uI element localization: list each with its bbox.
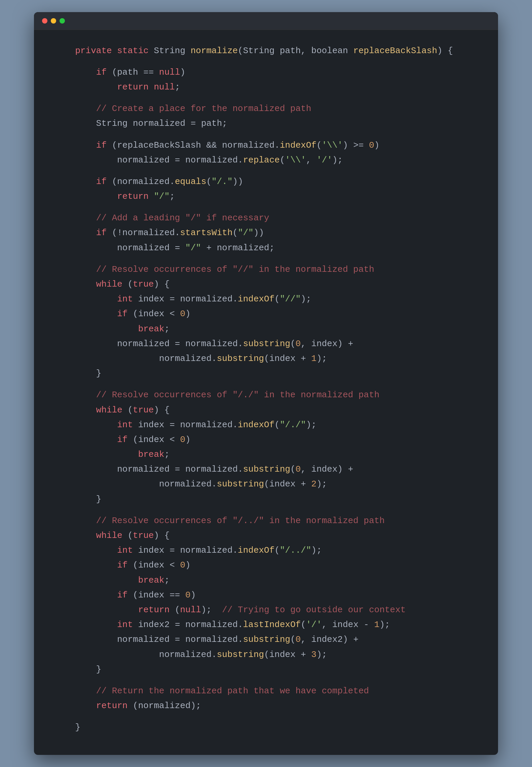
code-line-35: return (null); // Trying to go outside o… bbox=[54, 602, 478, 617]
code-line-29: // Resolve occurrences of "/../" in the … bbox=[54, 513, 478, 528]
code-line-27: normalized.substring(index + 2); bbox=[54, 477, 478, 491]
code-line-10: // Add a leading "/" if necessary bbox=[54, 211, 478, 225]
code-line-18: normalized = normalized.substring(0, ind… bbox=[54, 336, 478, 351]
titlebar bbox=[34, 12, 498, 30]
code-line-24: if (index < 0) bbox=[54, 432, 478, 447]
code-line-23: int index = normalized.indexOf("/./"); bbox=[54, 417, 478, 432]
minimize-button[interactable] bbox=[51, 18, 56, 24]
code-line-2: if (path == null) bbox=[54, 65, 478, 80]
code-line-12: normalized = "/" + normalized; bbox=[54, 241, 478, 255]
code-line-38: normalized.substring(index + 3); bbox=[54, 647, 478, 662]
code-line-5: String normalized = path; bbox=[54, 116, 478, 131]
code-line-21: // Resolve occurrences of "/./" in the n… bbox=[54, 388, 478, 402]
code-line-39: } bbox=[54, 662, 478, 677]
code-line-16: if (index < 0) bbox=[54, 306, 478, 321]
code-line-31: int index = normalized.indexOf("/../"); bbox=[54, 543, 478, 558]
code-line-6: if (replaceBackSlash && normalized.index… bbox=[54, 138, 478, 153]
code-line-4: // Create a place for the normalized pat… bbox=[54, 101, 478, 116]
code-line-41: return (normalized); bbox=[54, 698, 478, 713]
maximize-button[interactable] bbox=[60, 18, 65, 24]
code-line-26: normalized = normalized.substring(0, ind… bbox=[54, 462, 478, 477]
code-line-40: // Return the normalized path that we ha… bbox=[54, 684, 478, 698]
code-line-15: int index = normalized.indexOf("//"); bbox=[54, 292, 478, 306]
code-line-3: return null; bbox=[54, 80, 478, 95]
code-line-32: if (index < 0) bbox=[54, 558, 478, 573]
code-line-36: int index2 = normalized.lastIndexOf('/',… bbox=[54, 617, 478, 632]
close-button[interactable] bbox=[42, 18, 47, 24]
code-line-13: // Resolve occurrences of "//" in the no… bbox=[54, 262, 478, 277]
code-editor: private static String normalize(String p… bbox=[34, 30, 498, 755]
code-line-28: } bbox=[54, 492, 478, 507]
code-line-7: normalized = normalized.replace('\\', '/… bbox=[54, 153, 478, 168]
code-window: private static String normalize(String p… bbox=[34, 12, 498, 755]
code-line-42: } bbox=[54, 720, 478, 735]
code-line-11: if (!normalized.startsWith("/")) bbox=[54, 225, 478, 240]
code-line-19: normalized.substring(index + 1); bbox=[54, 351, 478, 366]
code-line-34: if (index == 0) bbox=[54, 588, 478, 602]
code-line-22: while (true) { bbox=[54, 403, 478, 417]
code-line-33: break; bbox=[54, 573, 478, 588]
code-line-14: while (true) { bbox=[54, 277, 478, 292]
code-line-25: break; bbox=[54, 447, 478, 462]
code-line-9: return "/"; bbox=[54, 189, 478, 204]
code-line-30: while (true) { bbox=[54, 528, 478, 543]
code-line-37: normalized = normalized.substring(0, ind… bbox=[54, 632, 478, 647]
code-line-8: if (normalized.equals("/.")) bbox=[54, 174, 478, 189]
code-line-17: break; bbox=[54, 322, 478, 336]
code-line-20: } bbox=[54, 366, 478, 381]
code-line-1: private static String normalize(String p… bbox=[54, 43, 478, 58]
